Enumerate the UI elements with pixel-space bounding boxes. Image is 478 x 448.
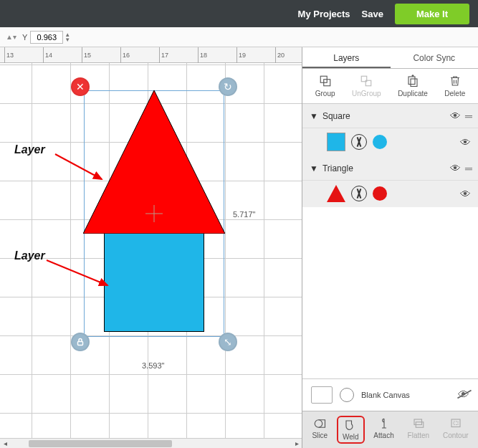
color-swatch[interactable] [373, 186, 387, 201]
color-swatch[interactable] [373, 135, 387, 149]
scroll-right-icon[interactable]: ▸ [292, 439, 302, 448]
svg-rect-16 [454, 421, 458, 425]
ruler-horizontal: 13 14 15 16 17 18 19 20 [0, 47, 302, 63]
group-button[interactable]: Group [315, 75, 335, 97]
layer-item-square[interactable]: 👁 [302, 128, 478, 156]
blank-canvas-row[interactable]: Blank Canvas 👁 [302, 378, 478, 411]
ruler-tick: 17 [159, 47, 168, 63]
svg-rect-11 [411, 79, 417, 87]
design-canvas[interactable]: 5.717" 3.593" Layer Layer ✕ ↻ ⤡ ◂ ▸ [0, 63, 302, 448]
duplicate-label: Duplicate [398, 90, 428, 97]
layer-group-triangle[interactable]: ▼ Triangle 👁 ═ [302, 156, 478, 181]
shape-swatch-triangle [327, 185, 345, 202]
chevron-down-icon[interactable]: ▼ [310, 163, 318, 173]
save-button[interactable]: Save [362, 9, 383, 19]
flatten-tool: Flatten [403, 416, 434, 444]
ruler-tick: 16 [120, 47, 130, 63]
contour-label: Contour [443, 432, 469, 439]
visibility-toggle-icon[interactable]: 👁 [460, 136, 471, 148]
flatten-label: Flatten [408, 432, 430, 439]
delete-handle-icon[interactable]: ✕ [71, 77, 90, 96]
visibility-toggle-icon[interactable]: 👁 [450, 110, 461, 122]
chevron-down-icon[interactable]: ▼ [310, 111, 318, 121]
contour-tool: Contour [439, 416, 473, 444]
my-projects-link[interactable]: My Projects [298, 9, 350, 19]
duplicate-button[interactable]: Duplicate [398, 75, 428, 97]
shape-square[interactable] [104, 232, 204, 332]
visibility-toggle-icon[interactable]: 👁 [450, 162, 461, 174]
svg-rect-5 [78, 342, 83, 345]
width-dimension: 3.593" [142, 361, 164, 370]
layer-name: Square [322, 111, 350, 121]
ruler-tick: 15 [82, 47, 91, 63]
stepper-prev: ▲▾ [3, 33, 19, 41]
arrow-icon [52, 151, 109, 186]
y-stepper[interactable]: ▲▼ [64, 32, 70, 42]
arrow-icon [43, 257, 115, 292]
rotate-handle-icon[interactable]: ↻ [219, 77, 237, 96]
drag-handle-icon[interactable]: ═ [465, 163, 471, 174]
annotation-layer-top: Layer [14, 143, 45, 156]
lock-handle-icon[interactable] [71, 333, 90, 351]
y-label: Y [22, 33, 27, 42]
scroll-left-icon[interactable]: ◂ [0, 439, 10, 448]
center-crosshair-icon [145, 205, 163, 222]
ruler-tick: 13 [4, 47, 14, 63]
slice-label: Slice [312, 432, 328, 439]
attach-tool[interactable]: Attach [369, 416, 398, 444]
ungroup-button: UnGroup [352, 75, 381, 97]
svg-line-3 [55, 154, 102, 179]
svg-line-4 [47, 260, 107, 285]
layer-group-square[interactable]: ▼ Square 👁 ═ [302, 104, 478, 128]
svg-rect-15 [451, 419, 460, 427]
visibility-toggle-icon[interactable]: 👁 [460, 188, 471, 200]
weld-label: Weld [343, 433, 359, 441]
resize-handle-icon[interactable]: ⤡ [219, 333, 237, 351]
visibility-hidden-icon[interactable]: 👁 [458, 389, 469, 401]
layer-item-triangle[interactable]: 👁 [302, 181, 478, 207]
height-dimension: 5.717" [233, 210, 255, 219]
slice-tool[interactable]: Slice [307, 416, 332, 444]
make-it-button[interactable]: Make It [395, 4, 469, 24]
canvas-swatch [311, 386, 333, 404]
blank-canvas-label: Blank Canvas [361, 391, 410, 399]
ruler-tick: 19 [236, 47, 246, 63]
attach-label: Attach [373, 432, 393, 439]
svg-rect-10 [408, 77, 415, 85]
ungroup-label: UnGroup [352, 90, 381, 97]
drag-handle-icon[interactable]: ═ [465, 110, 471, 122]
linetype-icon[interactable] [351, 186, 367, 201]
delete-button[interactable]: Delete [444, 75, 465, 97]
linetype-icon[interactable] [351, 134, 367, 150]
ruler-tick: 20 [275, 47, 285, 63]
scroll-thumb[interactable] [29, 440, 172, 447]
tab-color-sync[interactable]: Color Sync [391, 47, 479, 68]
weld-tool[interactable]: Weld [337, 416, 365, 444]
canvas-scrollbar-h[interactable]: ◂ ▸ [0, 438, 302, 448]
svg-point-12 [315, 420, 323, 428]
canvas-color-icon[interactable] [340, 388, 354, 402]
shape-swatch-square [327, 133, 345, 151]
ruler-tick: 14 [43, 47, 52, 63]
y-input[interactable] [30, 31, 63, 44]
group-label: Group [315, 90, 335, 97]
layer-name: Triangle [322, 163, 353, 173]
delete-label: Delete [444, 90, 465, 97]
ruler-tick: 18 [198, 47, 207, 63]
annotation-layer-bottom: Layer [14, 249, 45, 262]
tab-layers[interactable]: Layers [302, 47, 391, 68]
